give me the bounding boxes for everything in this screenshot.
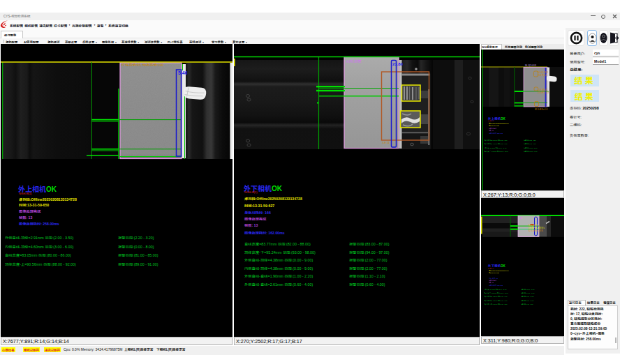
svg-text:灯珠亮值:93, 动态亮值:100: 灯珠亮值:93, 动态亮值:100 <box>121 62 163 67</box>
svg-text:23.80: 23.80 <box>392 62 404 66</box>
svg-text:23.4 P(1.2: 23.4 P(1.2 <box>538 74 547 77</box>
svg-text:84. 8(1.0-8.8: 84. 8(1.0-8.8 <box>525 64 536 67</box>
svg-text:AI检测框: AI检测框 <box>346 59 362 64</box>
svg-text:82.3 48 8u:1-8: 82.3 48 8u:1-8 <box>535 108 547 111</box>
svg-text:3.8:11: 3.8:11 <box>382 141 390 144</box>
svg-text:23.48P 5.2-8: 23.48P 5.2-8 <box>538 91 549 94</box>
svg-text:AI: AI <box>520 216 522 219</box>
svg-text:82.3 48 8u:1-8 8.: 82.3 48 8u:1-8 8. <box>529 229 543 232</box>
svg-text:5.46: 5.46 <box>178 70 188 75</box>
